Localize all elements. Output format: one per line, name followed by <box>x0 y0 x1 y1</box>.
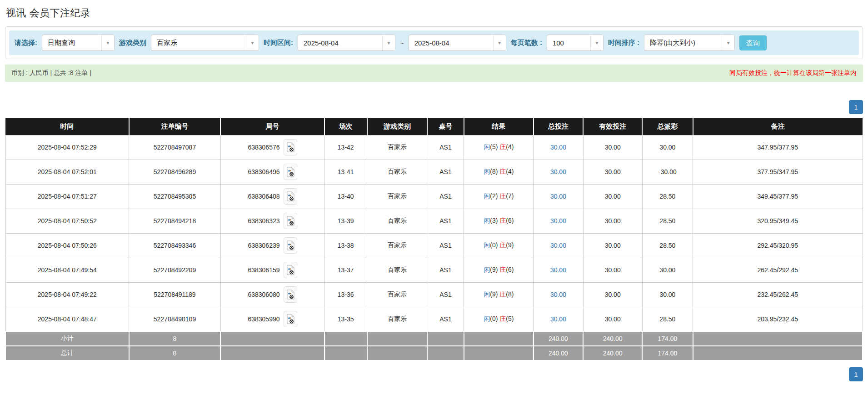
query-type-select[interactable]: 日期查询 ▼ <box>42 35 115 51</box>
page-1-button[interactable]: 1 <box>849 100 863 114</box>
payout-cell: 28.50 <box>642 209 693 233</box>
round-id-cell: 638306496 <box>220 160 324 184</box>
round-id-cell: 638306080 <box>220 282 324 307</box>
round-id-text: 638306080 <box>248 291 279 298</box>
video-replay-button[interactable] <box>284 164 297 180</box>
chevron-down-icon[interactable]: ▼ <box>101 35 114 50</box>
video-replay-icon <box>286 240 294 250</box>
total-payout: 174.00 <box>642 346 693 360</box>
table-no-cell: AS1 <box>427 307 464 331</box>
session-cell: 13-38 <box>324 233 367 258</box>
bet-id-cell: 522708491189 <box>129 282 221 307</box>
total-bet-link[interactable]: 30.00 <box>550 242 566 249</box>
payout-cell: 30.00 <box>642 135 693 160</box>
total-bet-cell: 30.00 <box>534 184 583 209</box>
date-range-separator: ~ <box>400 39 404 47</box>
sort-order-select[interactable]: 降幂(由大到小) ▼ <box>644 35 735 51</box>
video-replay-icon <box>286 142 294 152</box>
round-id-text: 638306159 <box>248 266 279 274</box>
video-replay-button[interactable] <box>284 286 297 303</box>
sort-order-label: 时间排序 : <box>608 39 639 47</box>
game-type-select[interactable]: 百家乐 ▼ <box>151 35 259 51</box>
col-payout: 总派彩 <box>642 118 693 135</box>
subtotal-row: 小计 8 240.00 240.00 174.00 <box>5 331 863 346</box>
bet-id-cell: 522708490109 <box>129 307 221 331</box>
table-no-cell: AS1 <box>427 160 464 184</box>
video-replay-button[interactable] <box>284 237 297 254</box>
payout-cell: 28.50 <box>642 184 693 209</box>
col-table-no: 桌号 <box>427 118 464 135</box>
subtotal-label: 小计 <box>5 331 129 346</box>
page-size-select[interactable]: 100 ▼ <box>547 35 604 51</box>
chevron-down-icon[interactable]: ▼ <box>246 35 259 50</box>
valid-bet-cell: 30.00 <box>583 135 642 160</box>
time-cell: 2025-08-04 07:50:52 <box>5 209 129 233</box>
video-replay-button[interactable] <box>284 213 297 229</box>
total-bet-link[interactable]: 30.00 <box>550 144 566 151</box>
summary-currency-total: 币别 : 人民币 | 总共 :8 注单 | <box>11 69 91 77</box>
round-id-cell: 638306239 <box>220 233 324 258</box>
bet-id-cell: 522708495305 <box>129 184 221 209</box>
remark-cell: 262.45/292.45 <box>693 258 863 282</box>
page-size-value: 100 <box>547 35 590 50</box>
game-type-cell: 百家乐 <box>367 282 427 307</box>
chevron-down-icon[interactable]: ▼ <box>590 35 603 50</box>
page-1-button[interactable]: 1 <box>849 367 863 381</box>
total-bet-link[interactable]: 30.00 <box>550 168 566 175</box>
total-bet-link[interactable]: 30.00 <box>550 291 566 298</box>
total-bet-link[interactable]: 30.00 <box>550 193 566 200</box>
round-id-cell: 638305990 <box>220 307 324 331</box>
video-replay-button[interactable] <box>284 262 297 278</box>
col-remark: 备注 <box>693 118 863 135</box>
session-cell: 13-42 <box>324 135 367 160</box>
total-bet-link[interactable]: 30.00 <box>550 315 566 323</box>
date-from-value: 2025-08-04 <box>298 35 382 50</box>
valid-bet-cell: 30.00 <box>583 209 642 233</box>
round-id-text: 638306576 <box>248 144 279 151</box>
chevron-down-icon[interactable]: ▼ <box>493 35 506 50</box>
video-replay-icon <box>286 167 294 177</box>
result-cell: 闲(8) 庄(4) <box>464 160 534 184</box>
date-to-select[interactable]: 2025-08-04 ▼ <box>409 35 506 51</box>
video-replay-icon <box>286 191 294 201</box>
result-cell: 闲(0) 庄(5) <box>464 307 534 331</box>
video-replay-button[interactable] <box>284 311 297 327</box>
payout-cell: 28.50 <box>642 307 693 331</box>
round-id-cell: 638306159 <box>220 258 324 282</box>
chevron-down-icon[interactable]: ▼ <box>722 35 734 50</box>
total-bet-cell: 30.00 <box>534 160 583 184</box>
time-cell: 2025-08-04 07:52:01 <box>5 160 129 184</box>
valid-bet-cell: 30.00 <box>583 307 642 331</box>
round-id-text: 638306496 <box>248 168 279 175</box>
date-from-select[interactable]: 2025-08-04 ▼ <box>298 35 395 51</box>
table-footer: 小计 8 240.00 240.00 174.00 总计 8 240.00 24… <box>5 331 863 360</box>
search-button[interactable]: 查询 <box>739 35 767 50</box>
table-no-cell: AS1 <box>427 135 464 160</box>
total-bet-link[interactable]: 30.00 <box>550 217 566 225</box>
bet-id-cell: 522708497087 <box>129 135 221 160</box>
page-title: 视讯 会员下注纪录 <box>6 6 863 20</box>
valid-bet-cell: 30.00 <box>583 282 642 307</box>
col-game-type: 游戏类别 <box>367 118 427 135</box>
valid-bet-cell: 30.00 <box>583 184 642 209</box>
result-cell: 闲(5) 庄(4) <box>464 135 534 160</box>
sort-order-value: 降幂(由大到小) <box>644 35 722 50</box>
game-type-value: 百家乐 <box>151 35 246 50</box>
session-cell: 13-39 <box>324 209 367 233</box>
remark-cell: 349.45/377.95 <box>693 184 863 209</box>
valid-bet-cell: 30.00 <box>583 233 642 258</box>
video-replay-icon <box>286 265 294 275</box>
table-no-cell: AS1 <box>427 282 464 307</box>
page-root: 视讯 会员下注纪录 请选择: 日期查询 ▼ 游戏类别 百家乐 ▼ 时间区间: 2… <box>0 0 868 390</box>
chevron-down-icon[interactable]: ▼ <box>382 35 395 50</box>
total-label: 总计 <box>5 346 129 360</box>
result-cell: 闲(3) 庄(6) <box>464 209 534 233</box>
total-bet-link[interactable]: 30.00 <box>550 266 566 274</box>
query-type-label: 请选择: <box>15 39 37 47</box>
video-replay-button[interactable] <box>284 188 297 205</box>
remark-cell: 203.95/232.45 <box>693 307 863 331</box>
table-row: 2025-08-04 07:49:54 522708492209 6383061… <box>5 258 863 282</box>
summary-warning: 同局有效投注，统一计算在该局第一张注单内 <box>729 69 857 77</box>
video-replay-icon <box>286 216 294 226</box>
video-replay-button[interactable] <box>284 139 297 155</box>
